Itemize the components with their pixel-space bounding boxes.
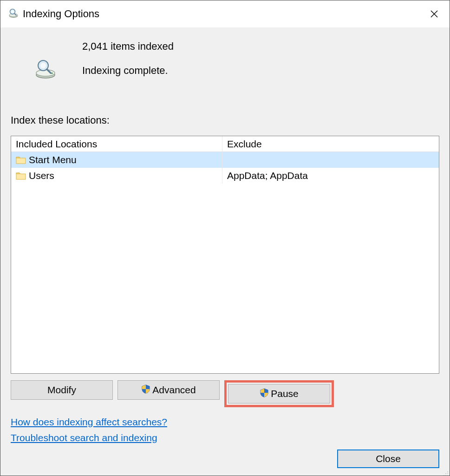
svg-point-11: [40, 63, 46, 68]
indexing-status: Indexing complete.: [82, 65, 174, 77]
pause-button[interactable]: Pause: [228, 384, 330, 403]
action-buttons-row: Modify Advanced: [11, 380, 439, 407]
window-title: Indexing Options: [23, 8, 99, 20]
row-exclude: AppData; AppData: [227, 170, 308, 181]
list-header: Included Locations Exclude: [11, 136, 439, 152]
folder-icon: [16, 172, 26, 180]
advanced-button[interactable]: Advanced: [117, 380, 220, 400]
column-header-included[interactable]: Included Locations: [11, 136, 222, 152]
list-row[interactable]: Users AppData; AppData: [11, 168, 439, 184]
indexing-options-icon: [8, 7, 19, 21]
row-name: Users: [29, 170, 54, 181]
close-button[interactable]: Close: [337, 450, 439, 468]
items-indexed-count: 2,041 items indexed: [82, 40, 174, 53]
locations-list[interactable]: Included Locations Exclude Start Menu: [11, 136, 439, 374]
uac-shield-icon: [141, 384, 150, 396]
svg-point-15: [447, 473, 448, 474]
modify-button[interactable]: Modify: [11, 380, 113, 400]
status-block: 2,041 items indexed Indexing complete.: [11, 39, 439, 82]
svg-point-14: [445, 473, 446, 474]
column-header-exclude[interactable]: Exclude: [222, 136, 439, 152]
pause-label: Pause: [271, 388, 299, 399]
close-window-button[interactable]: [424, 3, 445, 25]
svg-point-13: [447, 471, 448, 472]
folder-icon: [16, 156, 26, 164]
advanced-label: Advanced: [152, 384, 196, 396]
help-link-indexing[interactable]: How does indexing affect searches?: [11, 416, 167, 428]
title-bar: Indexing Options: [0, 0, 450, 27]
uac-shield-icon: [260, 388, 269, 400]
svg-point-3: [11, 10, 14, 13]
resize-grip-icon[interactable]: [442, 468, 449, 475]
list-row[interactable]: Start Menu: [11, 152, 439, 168]
index-locations-label: Index these locations:: [11, 114, 439, 126]
help-links: How does indexing affect searches? Troub…: [11, 416, 439, 448]
pause-highlight: Pause: [224, 380, 334, 407]
troubleshoot-link[interactable]: Troubleshoot search and indexing: [11, 432, 157, 443]
row-name: Start Menu: [29, 154, 77, 165]
drive-search-icon: [34, 59, 62, 82]
